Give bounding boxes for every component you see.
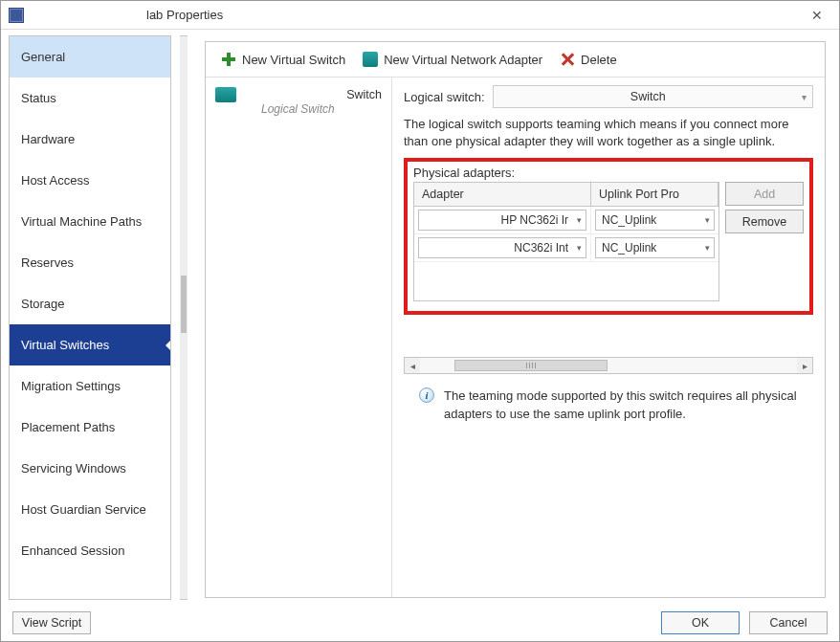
table-row: NC362i Int ▾ NC_Uplink ▾: [414, 234, 718, 262]
sidebar-item-host-access[interactable]: Host Access: [10, 160, 170, 201]
info-icon: i: [419, 387, 434, 403]
sidebar-item-storage[interactable]: Storage: [10, 283, 170, 324]
sidebar-item-migration[interactable]: Migration Settings: [10, 365, 170, 407]
scroll-left-icon[interactable]: ◂: [405, 358, 420, 373]
ok-button[interactable]: OK: [661, 611, 740, 634]
new-virtual-switch-button[interactable]: New Virtual Switch: [215, 50, 351, 69]
new-virtual-network-adapter-button[interactable]: New Virtual Network Adapter: [357, 50, 548, 69]
sidebar-item-reserves[interactable]: Reserves: [10, 242, 170, 283]
physical-adapters-label: Physical adapters:: [413, 166, 804, 180]
physical-adapters-table: Adapter Uplink Port Pro HP NC362i Ir ▾: [413, 182, 719, 301]
add-button[interactable]: Add: [725, 182, 804, 206]
chevron-down-icon: ▾: [802, 92, 807, 102]
sidebar-item-general[interactable]: General: [10, 36, 170, 77]
titlebar: lab Properties ✕: [1, 1, 839, 30]
close-icon[interactable]: ✕: [803, 8, 831, 23]
delete-button[interactable]: Delete: [554, 50, 623, 69]
plus-icon: [221, 52, 236, 67]
sidebar-item-vm-paths[interactable]: Virtual Machine Paths: [10, 201, 170, 242]
chevron-down-icon: ▾: [577, 215, 582, 225]
logical-switch-description: The logical switch supports teaming whic…: [404, 116, 813, 150]
chevron-down-icon: ▾: [705, 215, 710, 225]
view-script-button[interactable]: View Script: [12, 611, 91, 634]
horizontal-scrollbar[interactable]: ◂ ▸: [404, 357, 813, 374]
switch-subtitle: Logical Switch: [215, 102, 382, 116]
table-row: HP NC362i Ir ▾ NC_Uplink ▾: [414, 207, 718, 234]
logical-switch-label: Logical switch:: [404, 90, 485, 104]
sidebar-item-hardware[interactable]: Hardware: [10, 119, 170, 160]
window-title: lab Properties: [32, 8, 803, 22]
logical-switch-dropdown[interactable]: Switch ▾: [493, 85, 813, 108]
sidebar-scrollbar[interactable]: [180, 35, 188, 600]
network-switch-icon: [215, 87, 236, 102]
uplink-dropdown[interactable]: NC_Uplink ▾: [595, 210, 715, 231]
adapter-dropdown[interactable]: NC362i Int ▾: [418, 237, 586, 258]
scroll-right-icon[interactable]: ▸: [797, 358, 812, 373]
switch-name: Switch: [246, 88, 382, 101]
network-adapter-icon: [363, 52, 378, 67]
remove-button[interactable]: Remove: [725, 210, 804, 233]
sidebar-item-status[interactable]: Status: [10, 77, 170, 119]
sidebar-item-host-guardian[interactable]: Host Guardian Service: [10, 489, 170, 530]
sidebar-item-virtual-switches[interactable]: Virtual Switches: [10, 324, 170, 365]
chevron-down-icon: ▾: [705, 243, 710, 253]
toolbar: New Virtual Switch New Virtual Network A…: [206, 42, 825, 77]
adapter-dropdown[interactable]: HP NC362i Ir ▾: [418, 210, 586, 231]
table-header-uplink[interactable]: Uplink Port Pro: [591, 183, 718, 206]
teaming-info-text: The teaming mode supported by this switc…: [444, 387, 811, 422]
table-header-adapter[interactable]: Adapter: [414, 183, 591, 206]
app-icon: [9, 8, 24, 23]
physical-adapters-section: Physical adapters: Adapter Uplink Port P…: [404, 158, 813, 315]
sidebar-item-placement[interactable]: Placement Paths: [10, 407, 170, 448]
cancel-button[interactable]: Cancel: [749, 611, 828, 634]
sidebar-nav: General Status Hardware Host Access Virt…: [9, 35, 171, 600]
switch-list-item[interactable]: Switch Logical Switch: [210, 83, 387, 120]
delete-icon: [560, 52, 575, 67]
dialog-footer: View Script OK Cancel: [1, 605, 839, 641]
sidebar-item-enhanced-session[interactable]: Enhanced Session: [10, 530, 170, 571]
uplink-dropdown[interactable]: NC_Uplink ▾: [595, 237, 715, 258]
sidebar-item-servicing[interactable]: Servicing Windows: [10, 448, 170, 489]
switch-list: Switch Logical Switch: [206, 77, 392, 597]
chevron-down-icon: ▾: [577, 243, 582, 253]
